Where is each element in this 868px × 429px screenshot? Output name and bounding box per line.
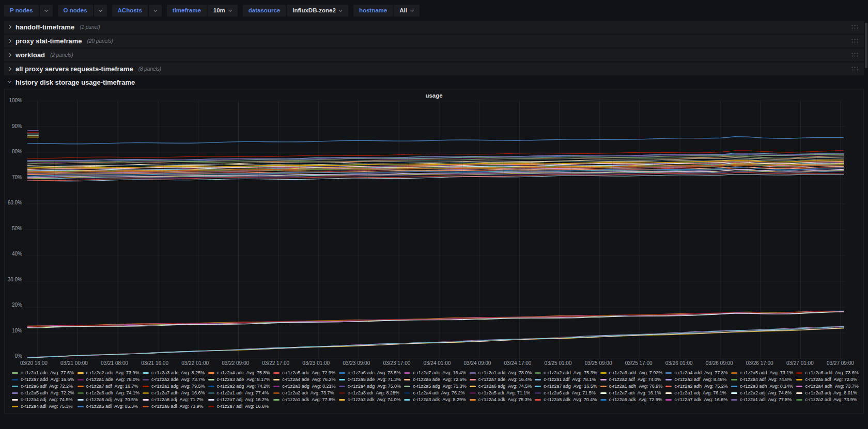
legend-item[interactable]: c-r1z2a1 adlAvg: 77.8%: [731, 397, 795, 402]
legend-item[interactable]: c-r1z2a3 adgAvg: 8.21%: [273, 384, 337, 389]
legend-item[interactable]: c-r1z2a5 adhAvg: 72.2%: [12, 390, 76, 395]
scrollbar-thumb[interactable]: [865, 23, 867, 68]
legend-item[interactable]: c-r1z2a5 adjAvg: 70.5%: [78, 397, 142, 402]
legend-item[interactable]: c-r1z2a2 adjAvg: 74.8%: [731, 390, 795, 395]
legend-item[interactable]: c-r1z2a6 adgAvg: 74.5%: [470, 384, 534, 389]
legend-item[interactable]: c-r1z2a2 adkAvg: 74.0%: [339, 397, 403, 402]
legend-item[interactable]: c-r1z2a7 adjAvg: 16.2%: [208, 397, 272, 402]
legend-item[interactable]: c-r1z2a7 adhAvg: 16.6%: [143, 390, 207, 395]
dashboard-row[interactable]: history disk storage usage-timeframe: [4, 76, 864, 88]
legend-item[interactable]: c-r1z2a1 adjAvg: 76.1%: [665, 390, 730, 395]
legend-item[interactable]: c-r1z2a6 adiAvg: 71.5%: [535, 390, 599, 395]
dashboard-row[interactable]: proxy stat-timeframe(20 panels): [4, 35, 864, 47]
legend-item[interactable]: c-r1z2a1 adkAvg: 77.8%: [273, 397, 337, 402]
usage-chart[interactable]: [25, 101, 846, 359]
legend-item[interactable]: c-r1z2a4 adgAvg: 75.0%: [339, 384, 403, 389]
legend-item[interactable]: c-r1z2a5 adeAvg: 71.3%: [339, 377, 403, 382]
legend-series-name: c-r1z2a7 adh: [151, 390, 179, 395]
legend-item[interactable]: c-r1z2a3 adcAvg: 8.25%: [143, 370, 207, 375]
variable-dropdown-toggle[interactable]: [40, 5, 53, 17]
legend-item[interactable]: c-r1z2a5 adkAvg: 70.4%: [535, 397, 599, 402]
legend-item[interactable]: c-r1z2a1 adgAvg: 79.5%: [143, 384, 207, 389]
legend-item[interactable]: c-r1z2a3 adkAvg: 8.29%: [404, 397, 468, 402]
legend-series-name: c-r1z2a3 add: [609, 370, 637, 375]
legend-item[interactable]: c-r1z2a4 adlAvg: 75.3%: [12, 404, 76, 409]
legend-item[interactable]: c-r1z2a2 adlAvg: 73.9%: [796, 397, 860, 402]
legend-item[interactable]: c-r1z2a5 adfAvg: 72.0%: [796, 377, 860, 382]
legend-series-color: [796, 372, 802, 374]
legend-item[interactable]: c-r1z2a7 adkAvg: 16.6%: [665, 397, 730, 402]
legend-item[interactable]: c-r1z2a3 adjAvg: 8.01%: [796, 390, 860, 395]
grip-icon[interactable]: [850, 24, 859, 30]
dashboard-row[interactable]: handoff-timeframe(1 panel): [4, 21, 864, 34]
legend-item[interactable]: c-r1z2a6 adkAvg: 72.9%: [600, 397, 664, 402]
plot-area[interactable]: [25, 101, 846, 359]
variable-dropdown-toggle[interactable]: [94, 5, 107, 17]
legend-item[interactable]: c-r1z2a2 adhAvg: 75.2%: [665, 384, 730, 389]
legend-item[interactable]: c-r1z2a4 adhAvg: 73.7%: [796, 384, 860, 389]
legend-item[interactable]: c-r1z2a6 adeAvg: 72.5%: [404, 377, 468, 382]
legend-item[interactable]: c-r1z2a3 adfAvg: 8.46%: [665, 377, 730, 382]
legend-item[interactable]: c-r1z2a5 adgAvg: 71.3%: [404, 384, 468, 389]
legend-item[interactable]: c-r1z2a4 adkAvg: 75.3%: [470, 397, 534, 402]
legend-item[interactable]: c-r1z2a4 adiAvg: 76.2%: [404, 390, 468, 395]
legend-item[interactable]: c-r1z2a1 adfAvg: 78.1%: [535, 377, 599, 382]
legend-item[interactable]: c-r1z2a6 adcAvg: 73.5%: [339, 370, 403, 375]
variable-p-nodes: P nodes: [4, 5, 53, 17]
variable-value-dropdown[interactable]: 10m: [208, 5, 238, 17]
legend-series-name: c-r1z2a6 adc: [348, 370, 375, 375]
legend-series-avg: Avg: 73.6%: [835, 370, 859, 375]
legend-item[interactable]: c-r1z2a4 adfAvg: 74.8%: [731, 377, 795, 382]
legend-item[interactable]: c-r1z2a3 adhAvg: 8.14%: [731, 384, 795, 389]
grip-icon[interactable]: [850, 52, 859, 58]
legend-item[interactable]: c-r1z2a2 addAvg: 75.3%: [535, 370, 599, 375]
legend-item[interactable]: c-r1z2a3 adiAvg: 8.28%: [339, 390, 403, 395]
legend-item[interactable]: c-r1z2a7 adfAvg: 16.7%: [78, 384, 142, 389]
legend-series-color: [12, 379, 18, 380]
grip-icon[interactable]: [850, 66, 859, 72]
legend-item[interactable]: c-r1z2a7 adlAvg: 16.6%: [208, 404, 272, 409]
legend-item[interactable]: c-r1z2a6 adhAvg: 74.1%: [78, 390, 142, 395]
legend-item[interactable]: c-r1z2a6 addAvg: 73.6%: [796, 370, 860, 375]
legend-item[interactable]: c-r1z2a4 addAvg: 77.8%: [665, 370, 730, 375]
legend-item[interactable]: c-r1z2a1 adiAvg: 77.4%: [208, 390, 272, 395]
legend-item[interactable]: c-r1z2a7 adcAvg: 16.4%: [404, 370, 468, 375]
legend-item[interactable]: c-r1z2a7 adgAvg: 16.5%: [535, 384, 599, 389]
legend-item[interactable]: c-r1z2a2 adcAvg: 73.9%: [78, 370, 142, 375]
legend-item[interactable]: c-r1z2a5 adlAvg: 85.3%: [78, 404, 142, 409]
legend-series-name: c-r1z2a1 adi: [217, 390, 243, 395]
variable-value-dropdown[interactable]: All: [394, 5, 420, 17]
legend-item[interactable]: c-r1z2a7 adeAvg: 16.4%: [470, 377, 534, 382]
legend-item[interactable]: c-r1z2a3 addAvg: 7.92%: [600, 370, 664, 375]
legend-item[interactable]: c-r1z2a4 adjAvg: 74.5%: [12, 397, 76, 402]
legend-item[interactable]: c-r1z2a2 adgAvg: 74.2%: [208, 384, 272, 389]
legend-item[interactable]: c-r1z2a2 adeAvg: 73.7%: [143, 377, 207, 382]
legend-item[interactable]: c-r1z2a4 adcAvg: 75.8%: [208, 370, 272, 375]
legend-item[interactable]: c-r1z2a2 adiAvg: 73.7%: [273, 390, 337, 395]
legend-item[interactable]: c-r1z2a1 adeAvg: 78.0%: [78, 377, 142, 382]
legend-item[interactable]: c-r1z2a1 addAvg: 78.0%: [470, 370, 534, 375]
grip-icon[interactable]: [850, 38, 859, 44]
legend-series-avg: Avg: 70.5%: [114, 397, 138, 402]
legend-item[interactable]: c-r1z2a2 adfAvg: 74.0%: [600, 377, 664, 382]
dashboard-row[interactable]: all proxy servers requests-timeframe(8 p…: [4, 62, 864, 75]
legend-item[interactable]: c-r1z2a6 adlAvg: 73.9%: [143, 404, 207, 409]
legend-item[interactable]: c-r1z2a5 adiAvg: 71.1%: [470, 390, 534, 395]
dashboard-row[interactable]: workload(2 panels): [4, 49, 864, 61]
legend-item[interactable]: c-r1z2a6 adjAvg: 71.7%: [143, 397, 207, 402]
legend-item[interactable]: c-r1z2a3 adeAvg: 8.17%: [208, 377, 272, 382]
variable-dropdown-toggle[interactable]: [149, 5, 162, 17]
row-panel-count: (8 panels): [138, 66, 161, 72]
legend-item[interactable]: c-r1z2a1 adcAvg: 77.6%: [12, 370, 76, 375]
legend-item[interactable]: c-r1z2a6 adfAvg: 72.2%: [12, 384, 76, 389]
legend-series-avg: Avg: 77.8%: [312, 397, 335, 402]
legend-item[interactable]: c-r1z2a5 adcAvg: 72.9%: [273, 370, 337, 375]
variable-value-dropdown[interactable]: InfluxDB-zone2: [287, 5, 348, 17]
chart-wrap: 100%90%80%70%60.0%50%40%30.0%20%10%0%: [5, 101, 863, 359]
legend-item[interactable]: c-r1z2a7 adiAvg: 16.1%: [600, 390, 664, 395]
legend-series-color: [78, 399, 84, 401]
legend-item[interactable]: c-r1z2a4 adeAvg: 76.2%: [273, 377, 337, 382]
legend-item[interactable]: c-r1z2a1 adhAvg: 76.9%: [600, 384, 664, 389]
legend-item[interactable]: c-r1z2a7 addAvg: 16.6%: [12, 377, 76, 382]
legend-item[interactable]: c-r1z2a5 addAvg: 73.1%: [731, 370, 795, 375]
